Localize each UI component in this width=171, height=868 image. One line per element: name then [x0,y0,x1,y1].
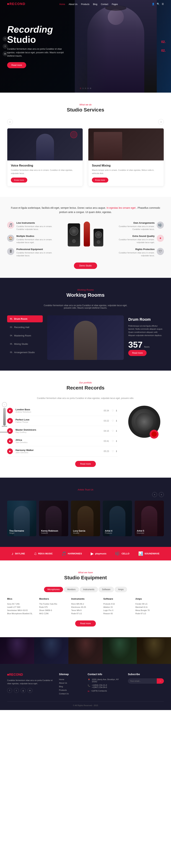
center-speakers-visual [64,221,107,246]
brand-icon-5: 🎼 [115,551,120,556]
record-like-2[interactable]: ♡ [112,420,114,422]
footer-link-home[interactable]: Home [59,678,82,680]
facebook-social-icon[interactable]: f [7,688,12,693]
footer-link-about[interactable]: About Us [59,682,82,684]
rooms-image [47,315,124,360]
brand-name-2: REKA MUSIC [38,552,53,555]
record-duration-1: 05:34 [104,409,109,412]
nav-link-blog[interactable]: Blog [93,3,97,5]
feature-desc-live: Curabitur fermentum vitae arcu in ornare… [17,225,61,231]
equip-col-monitors: Monitors The Focklor Sub-Rio Rode 975 Sh… [39,597,68,615]
list-item: Ableton 15 [103,606,132,609]
equip-tab-monitors[interactable]: Monitors [64,587,79,592]
equip-tab-amps[interactable]: Amps [115,587,127,592]
nav-links: Home About Us Products Blog Contact Page… [59,2,118,6]
search-icon[interactable]: 🔍 [157,3,160,5]
record-like-4[interactable]: ♡ [112,440,114,442]
nav-link-about[interactable]: About Us [68,3,77,5]
professional-equipment-icon: 🎛 [7,248,14,255]
service-voice-btn[interactable]: Know more [11,178,27,183]
rooms-read-more-button[interactable]: Read more [128,350,147,356]
equip-list-mics: Sony M-7 (49) Lewitt LCT 940 Sennheiser … [7,602,36,615]
footer-link-blog[interactable]: Blog [59,685,82,688]
brand-name-1: SKYLINE [15,552,25,555]
hero-cta-button[interactable]: Read more [7,62,26,68]
footer-about-col: ■RECOND Curabitur fermentum vitae arcu e… [7,673,54,696]
equip-btn-wrap: Read more [7,620,164,626]
record-download-2[interactable]: ⬇ [115,420,118,422]
record-like-3[interactable]: ♡ [112,430,114,432]
records-btn-wrap: Read more [7,461,164,467]
menu-icon[interactable]: ☰ [162,3,164,5]
feature-live-instruments: 🎵 Live Instruments Curabitur fermentum v… [7,221,61,231]
service-mixing-btn[interactable]: Know more [92,178,108,183]
equip-list-amps: Fender 89 LG Marshall 42-A Mesa Boogie 7… [135,602,164,615]
record-download-4[interactable]: ⬇ [115,440,118,442]
copyright-text: © All Rights Reserved - 2015 [73,704,98,707]
room-item-1[interactable]: 01. Drum Room [7,315,43,322]
footer-link-contact[interactable]: Contact Us [59,692,82,695]
record-info-3: Master Dominicers Ray Godfrey [16,429,101,433]
record-like-5[interactable]: ♡ [112,450,114,453]
list-item: Renn MN 86-2 [71,602,100,606]
equipment-read-more-button[interactable]: Read more [75,620,96,626]
demo-studio-button[interactable]: Demo Studio [74,262,97,269]
artist-card-5: Artist 5 Drummer [135,501,164,536]
record-play-5[interactable]: ▶ [7,448,13,454]
room-item-2[interactable]: 02. Recording Hall [7,324,43,331]
records-title: Recent Records [7,385,164,391]
record-download-5[interactable]: ⬇ [115,450,118,453]
equip-tab-instruments[interactable]: Instruments [80,587,98,592]
room-item-3[interactable]: 04. Mastering Room [7,332,43,339]
room-item-5[interactable]: 05. Arrangement Studio [7,349,43,356]
record-like-1[interactable]: ♡ [112,409,114,412]
room-item-4[interactable]: 05. Mixing Studio [7,341,43,347]
equip-tab-software[interactable]: Software [99,587,114,592]
nav-link-products[interactable]: Products [81,3,89,5]
brand-name-6: SOUNDWAVE [144,552,160,555]
records-read-more-button[interactable]: Read more [75,461,96,467]
studio-services-section: What we do Studio Services ‹ › Voice Rec… [0,93,171,197]
google-social-icon[interactable]: g [21,688,26,693]
service-card-voice: Voice Recording Curabitur fermentum vita… [7,128,83,186]
record-play-4[interactable]: ▶ [7,438,13,444]
hero-section: f t in Recording Studio Curabitur fermen… [0,0,171,93]
footer-desc: Curabitur fermentum vitae arcu ex porta … [7,679,54,685]
footer-link-products[interactable]: Products [59,689,82,691]
hero-numbers: 02. 02. [161,40,166,53]
records-list: ▶ London Bass Andrew Nickelson 05:34 ♡ ⬇… [7,406,118,457]
artists-next-arrow[interactable]: › [159,492,164,497]
equip-tab-microphones[interactable]: Microphones [44,587,63,592]
brand-name-4: playmusic [95,552,107,555]
features-tagline: Fusce et ligula scelerisque, facilisis e… [7,206,164,214]
twitter-social-icon[interactable]: t [14,688,19,693]
services-prev-arrow[interactable]: ‹ [7,119,13,125]
record-item-5: ▶ Harmony Walker John Glenners 05:23 ♡ ⬇ [7,446,118,457]
user-icon[interactable]: 👤 [152,3,154,5]
artists-nav: ‹ › [7,492,164,497]
nav-link-home[interactable]: Home [59,3,65,5]
service-mixing-desc: Mauris tempor ante in ornare. Curabitur … [92,169,160,175]
nav-link-contact[interactable]: Contact [101,3,108,5]
list-item: Lewitt LCT 940 [7,606,36,609]
record-download-3[interactable]: ⬇ [115,430,118,432]
record-download-1[interactable]: ⬇ [115,409,118,412]
hero-number-1: 02. [161,40,166,44]
artists-prev-arrow[interactable]: ‹ [152,492,157,497]
feature-title-own: Own Arrangements [110,221,154,224]
equipment-label: What we have [7,571,164,574]
subscribe-email-input[interactable] [128,678,157,684]
list-item: Mesa Boogie 78 [135,609,164,612]
services-next-arrow[interactable]: › [158,119,164,125]
rooms-title: Working Rooms [7,292,164,298]
feature-title-pro: Professional Equipment [17,248,61,251]
subscribe-button[interactable]: → [157,678,164,684]
record-item-3: ▶ Master Dominicers Ray Godfrey 04:15 ♡ … [7,426,118,436]
linkedin-social-icon[interactable]: in [27,688,32,693]
footer-contact-col: Contact Info 📍 1026 Liberty Ave. Brookly… [88,673,122,696]
feature-title-rights: Rights Protection [110,248,154,251]
hero-number-2: 02. [161,49,166,53]
nav-logo: ■RECOND [7,2,26,6]
services-label: What we do [7,103,164,106]
nav-link-pages[interactable]: Pages [112,3,118,5]
